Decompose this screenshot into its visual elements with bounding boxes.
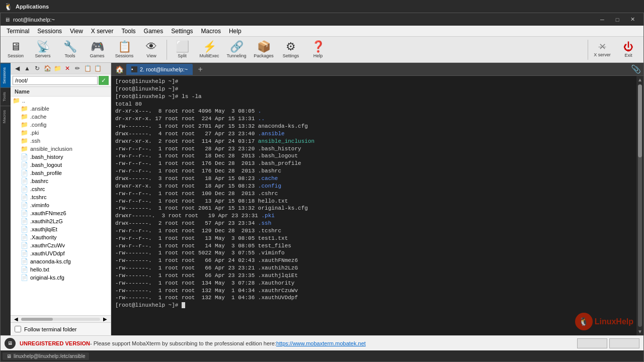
fb-rename-button[interactable]: ✏	[73, 64, 82, 73]
scroll-up-button[interactable]: ▲	[636, 76, 643, 83]
games-button[interactable]: 🎮 Games	[84, 38, 110, 62]
term-tab-add[interactable]: +	[195, 64, 206, 75]
scroll-thumb	[638, 84, 642, 157]
fb-scroll-right[interactable]: ▶	[102, 316, 109, 322]
minimize-button[interactable]: ─	[595, 15, 609, 25]
help-button[interactable]: ❓ Help	[305, 38, 331, 62]
sidebar-sessions[interactable]: Sessions	[1, 63, 11, 87]
fb-scrollbar[interactable]: ◀ ▶	[11, 315, 111, 322]
split-label: Split	[178, 53, 187, 58]
fb-item-xauthjlqiEt[interactable]: 📄.xauthjlqiEt	[11, 225, 111, 233]
multiexec-label: MultiExec	[199, 53, 219, 58]
fb-home-button[interactable]: 🏠	[43, 64, 52, 73]
close-button[interactable]: ✕	[625, 15, 639, 25]
fb-item-viminfo[interactable]: 📄.viminfo	[11, 201, 111, 209]
sidebar-tools[interactable]: Tools	[1, 87, 11, 106]
fb-item-hello[interactable]: 📄hello.txt	[11, 265, 111, 274]
sessions-icon: 📋	[118, 41, 131, 52]
fb-item-config[interactable]: 📁.config	[11, 121, 111, 129]
term-tab-active[interactable]: ▪ 2. root@linuxhelp:~	[126, 64, 193, 75]
fb-up-button[interactable]: ▲	[23, 64, 32, 73]
term-attach-button[interactable]: 📎	[630, 64, 641, 75]
status-bar: 🖥 UNREGISTERED VERSION - Please support …	[1, 335, 643, 350]
fb-paste-button[interactable]: 📋	[93, 64, 102, 73]
fb-follow-label[interactable]: Follow terminal folder	[24, 326, 77, 332]
fb-path-ok-button[interactable]: ✓	[99, 76, 109, 85]
sidebar-macros[interactable]: Macros	[1, 106, 11, 127]
scroll-down-button[interactable]: ▼	[636, 328, 643, 335]
fb-item-xauthFNmez6[interactable]: 📄.xauthFNmez6	[11, 209, 111, 217]
menu-macros[interactable]: Macros	[197, 27, 225, 36]
packages-button[interactable]: 📦 Packages	[251, 38, 277, 62]
fb-item-cache[interactable]: 📁.cache	[11, 113, 111, 121]
file-icon: 📄	[21, 274, 28, 281]
fb-item-original-ks[interactable]: 📄original-ks.cfg	[11, 274, 111, 282]
fb-item-anaconda-ks[interactable]: 📄anaconda-ks.cfg	[11, 257, 111, 265]
taskbar-item[interactable]: 🖥 linuxhelp@linuxhelp:/etc/ansible	[3, 352, 89, 360]
logo-text: LinuxHelp	[595, 317, 633, 326]
folder-icon: 📁	[21, 121, 28, 128]
menu-xserver[interactable]: X server	[87, 27, 118, 36]
fb-scroll-left[interactable]: ◀	[13, 316, 20, 322]
status-button-2[interactable]	[609, 338, 639, 348]
session-button[interactable]: 🖥 Session	[3, 38, 29, 62]
menu-help[interactable]: Help	[225, 27, 246, 36]
tunneling-button[interactable]: 🔗 Tunneling	[223, 38, 250, 62]
fb-item-ssh[interactable]: 📁.ssh	[11, 137, 111, 145]
status-link[interactable]: https://www.mobaxterm.mobatek.net	[276, 340, 366, 346]
fb-item-tcshrc[interactable]: 📄.tcshrc	[11, 193, 111, 201]
fb-path-input[interactable]	[13, 76, 98, 85]
file-icon: 📄	[21, 177, 28, 185]
view-button[interactable]: 👁 View	[138, 38, 165, 62]
fb-follow-checkbox[interactable]	[15, 326, 21, 332]
fb-item-bash-history[interactable]: 📄.bash_history	[11, 153, 111, 161]
fb-item-xauthih2LzG[interactable]: 📄.xauthih2LzG	[11, 217, 111, 225]
tools-button[interactable]: 🔧 Tools	[57, 38, 83, 62]
fb-item-xauthority[interactable]: 📄.Xauthority	[11, 233, 111, 241]
fb-back-button[interactable]: ◀	[13, 64, 22, 73]
menu-bar: Terminal Sessions View X server Tools Ga…	[1, 26, 643, 37]
fb-delete-button[interactable]: ✕	[63, 64, 72, 73]
settings-button[interactable]: ⚙ Settings	[278, 38, 304, 62]
fb-new-folder-button[interactable]: 📁	[53, 64, 62, 73]
fb-copy-button[interactable]: 📋	[83, 64, 92, 73]
fb-item-cshrc[interactable]: 📄.cshrc	[11, 185, 111, 193]
sessions-button[interactable]: 📋 Sessions	[111, 38, 137, 62]
fb-item-xauthrCzuWv[interactable]: 📄.xauthrCzuWv	[11, 241, 111, 249]
servers-button[interactable]: 📡 Servers	[30, 38, 56, 62]
term-content[interactable]: [root@linuxhelp ~]# [root@linuxhelp ~]# …	[111, 76, 636, 335]
xserver-button[interactable]: ✕ X server	[589, 38, 615, 62]
tab-terminal-icon: ▪	[131, 66, 137, 72]
logo-icon: 🐧	[579, 317, 589, 326]
taskbar-icon[interactable]: 🖥	[5, 338, 16, 349]
fb-item-bashrc[interactable]: 📄.bashrc	[11, 177, 111, 185]
fb-item-bash-profile[interactable]: 📄.bash_profile	[11, 169, 111, 177]
fb-item-ansible[interactable]: 📁.ansible	[11, 105, 111, 113]
exit-label: Exit	[624, 53, 632, 58]
folder-icon: 📁	[13, 97, 20, 104]
menu-sessions[interactable]: Sessions	[33, 27, 66, 36]
multiexec-button[interactable]: ⚡ MultiExec	[196, 38, 222, 62]
split-button[interactable]: ⬜ Split	[169, 38, 195, 62]
fb-item-bash-logout[interactable]: 📄.bash_logout	[11, 161, 111, 169]
term-home-button[interactable]: 🏠	[113, 64, 125, 75]
fb-refresh-button[interactable]: ↻	[33, 64, 42, 73]
fb-item-parent[interactable]: 📁..	[11, 97, 111, 105]
maximize-button[interactable]: □	[610, 15, 624, 25]
menu-view[interactable]: View	[66, 27, 87, 36]
xserver-label: X server	[594, 52, 611, 57]
terminal-scrollbar[interactable]: ▲ ▼	[636, 76, 643, 335]
fb-item-pki[interactable]: 📁.pki	[11, 129, 111, 137]
tools-label: Tools	[64, 53, 75, 58]
menu-terminal[interactable]: Terminal	[3, 27, 33, 36]
menu-tools[interactable]: Tools	[118, 27, 140, 36]
toolbar-separator-1	[167, 40, 167, 60]
fb-item-ansible-inclusion[interactable]: 📁ansible_inclusion	[11, 145, 111, 153]
status-button-1[interactable]	[577, 338, 607, 348]
tunneling-label: Tunneling	[226, 53, 246, 58]
menu-games[interactable]: Games	[140, 27, 168, 36]
sessions-label: Sessions	[115, 53, 134, 58]
menu-settings[interactable]: Settings	[167, 27, 197, 36]
exit-button[interactable]: ⏻ Exit	[615, 38, 641, 62]
fb-item-xauthUVDdpf[interactable]: 📄.xauthUVDdpf	[11, 249, 111, 257]
